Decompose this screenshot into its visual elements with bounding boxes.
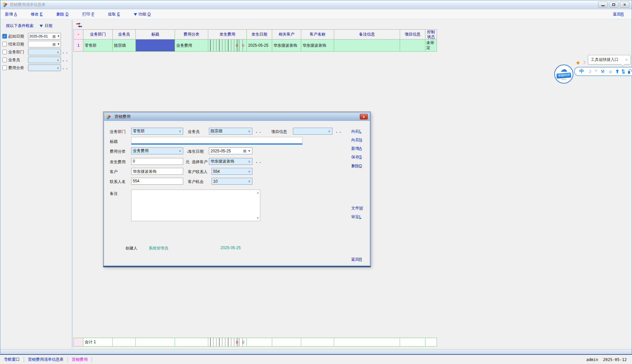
extract-button[interactable]: 提取E: [108, 12, 120, 17]
agent-checkbox[interactable]: [2, 58, 7, 62]
agent-select[interactable]: ∨: [28, 57, 61, 63]
header-title[interactable]: 标题: [136, 30, 175, 39]
cell-client[interactable]: 华东捷波装饰: [272, 39, 301, 52]
agent-select[interactable]: 陈宗德∨: [209, 128, 252, 135]
statusbar-active-window[interactable]: 营销费用: [68, 357, 92, 362]
title-input[interactable]: [131, 137, 302, 144]
cloud-icon: ☁: [560, 66, 567, 73]
degree-icon[interactable]: °’: [595, 70, 597, 73]
title-label: 标题: [110, 139, 118, 144]
select-client-select[interactable]: 华东捷波装饰∨: [209, 158, 252, 165]
end-date-input[interactable]: ▦▼: [28, 41, 61, 47]
scroll-down-icon[interactable]: ▼: [256, 217, 259, 220]
back-button[interactable]: 返回R: [613, 12, 624, 17]
dialog-titlebar[interactable]: 营销费用 ×: [104, 113, 370, 121]
date-sort-button[interactable]: 日期: [40, 23, 52, 29]
agent-more-button[interactable]: . .: [256, 129, 261, 134]
date-input[interactable]: 2025-05-25▦▼: [209, 147, 252, 154]
category-select[interactable]: ∨: [28, 65, 61, 71]
restore-button[interactable]: [609, 2, 618, 8]
start-date-input[interactable]: 2025-05-01▦▼: [28, 33, 61, 39]
shirt-theme-icon[interactable]: [616, 70, 618, 73]
cell-category[interactable]: 业务费用: [175, 39, 208, 52]
restore-icon: [612, 3, 615, 6]
cell-note[interactable]: [334, 39, 400, 52]
end-date-checkbox[interactable]: [2, 42, 7, 46]
project-select[interactable]: ∨: [293, 128, 332, 135]
lock-icon[interactable]: [628, 71, 630, 74]
agent-more-button[interactable]: . .: [63, 58, 68, 62]
vendor-logo-text: 智能科技: [557, 72, 571, 78]
scroll-up-icon[interactable]: ▲: [256, 191, 259, 194]
header-client-name[interactable]: 客户名称: [301, 30, 334, 39]
opportunity-select[interactable]: 10∨: [212, 178, 252, 185]
window-title: 营销费用清单信息表: [10, 2, 45, 8]
edit-button[interactable]: 修改E: [31, 12, 43, 17]
header-dept[interactable]: 业务部门: [83, 30, 113, 39]
robot-face-icon[interactable]: ☻: [576, 60, 581, 65]
minimize-button[interactable]: [598, 2, 608, 8]
category-more-button[interactable]: . .: [63, 65, 68, 70]
select-client-more-button[interactable]: . .: [256, 159, 261, 164]
smiley-icon[interactable]: ☺: [608, 69, 613, 74]
expense-grid: - 业务部门 业务员 标题 费用分类 发生费用 发生日期 相关客户 客户名称 备…: [73, 29, 437, 52]
apps-grid-icon[interactable]: [622, 69, 624, 74]
project-more-button[interactable]: . .: [336, 129, 341, 134]
header-category[interactable]: 费用分类: [175, 30, 208, 39]
night-mode-icon[interactable]: ☽: [588, 69, 591, 74]
tooltip-close-icon[interactable]: ×: [625, 57, 628, 62]
statusbar-nav-window[interactable]: 导航窗口: [3, 357, 24, 362]
save-button[interactable]: 保存S: [351, 154, 362, 160]
cell-client-name[interactable]: 华东捷波装饰: [301, 39, 334, 52]
header-date[interactable]: 发生日期: [247, 30, 272, 39]
function-button[interactable]: 功能O: [134, 11, 151, 17]
header-project[interactable]: 项目信息: [400, 30, 425, 39]
prev-button[interactable]: 向前L: [351, 129, 361, 134]
category-checkbox[interactable]: [2, 65, 7, 70]
swap-columns-icon[interactable]: [76, 23, 82, 27]
client-input[interactable]: 华东捷波装饰: [131, 168, 183, 175]
cell-title-selected[interactable]: [136, 39, 175, 52]
table-row[interactable]: 1 零售部 陈宗德 业务费用 0 0 2025-05-25 华东捷波装饰 华东捷…: [74, 39, 437, 52]
cell-date[interactable]: 2025-05-25: [247, 39, 272, 52]
delete-button[interactable]: 删除D: [351, 163, 362, 169]
return-button[interactable]: 返回R: [351, 257, 362, 262]
add-button[interactable]: 新增A: [351, 146, 362, 151]
vendor-logo[interactable]: ☁ 智能科技 MHG: [554, 65, 573, 84]
creator-value: 系统管理员: [149, 246, 168, 251]
cell-status[interactable]: 未审定: [425, 39, 437, 52]
header-amount[interactable]: 发生费用: [208, 30, 247, 39]
department-select[interactable]: ∨: [28, 49, 61, 55]
amount-input[interactable]: 0: [131, 158, 183, 165]
remark-textarea[interactable]: ▲ ▼: [131, 190, 260, 221]
client-contact-select[interactable]: 554∨: [212, 168, 252, 175]
header-client[interactable]: 相关客户: [272, 30, 301, 39]
header-agent[interactable]: 业务员: [113, 30, 136, 39]
dept-select[interactable]: 零售部∨: [131, 128, 183, 135]
category-select[interactable]: 业务费用∨: [131, 147, 183, 154]
add-button[interactable]: 新增A: [5, 12, 17, 17]
language-icon[interactable]: 中: [579, 68, 584, 74]
next-button[interactable]: 向后N: [351, 137, 362, 143]
header-marker[interactable]: -: [74, 30, 83, 39]
moon-icon[interactable]: ☽: [582, 60, 586, 65]
contact-name-input[interactable]: 554: [131, 178, 183, 185]
cell-dept[interactable]: 零售部: [83, 39, 113, 52]
header-status[interactable]: 控制状态: [425, 30, 437, 39]
department-checkbox[interactable]: [2, 50, 7, 54]
cell-agent[interactable]: 陈宗德: [113, 39, 136, 52]
department-more-button[interactable]: . .: [63, 50, 68, 54]
statusbar-list-window[interactable]: 营销费用清单信息表: [24, 357, 68, 362]
file-button[interactable]: 文件W: [351, 205, 363, 211]
dialog-close-button[interactable]: ×: [360, 114, 368, 119]
delete-button[interactable]: 删除D: [56, 12, 69, 17]
wrench-icon[interactable]: ⚒: [601, 69, 605, 74]
cell-amount[interactable]: 0 0: [208, 39, 247, 52]
close-button[interactable]: ×: [620, 2, 629, 8]
cell-project[interactable]: [400, 39, 425, 52]
approve-button[interactable]: 审定L: [351, 214, 361, 220]
start-date-checkbox[interactable]: ✓: [2, 34, 7, 39]
header-note[interactable]: 备注信息: [334, 30, 400, 39]
total-empty-cell: [400, 338, 425, 347]
print-button[interactable]: 打印P: [82, 12, 94, 17]
